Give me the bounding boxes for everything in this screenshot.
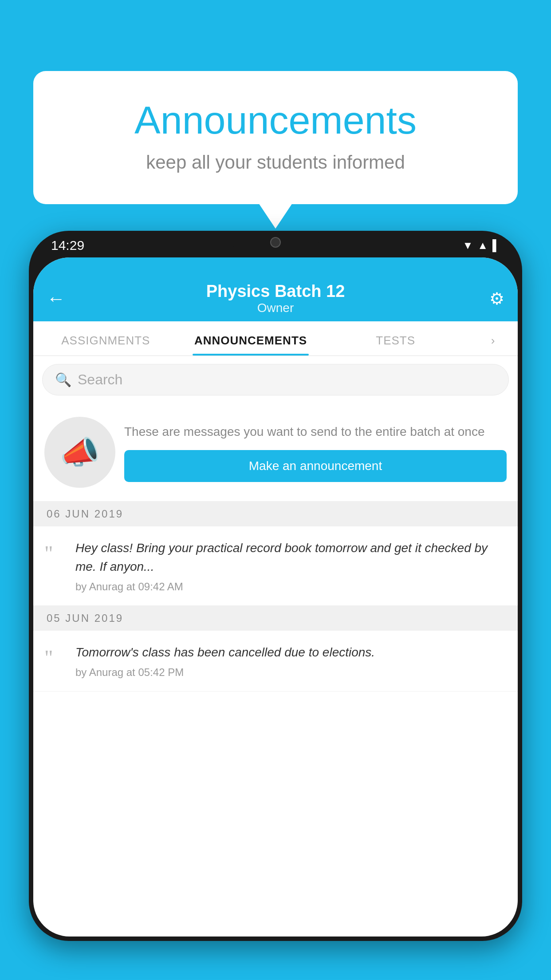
megaphone-icon: 📣	[60, 434, 100, 471]
quote-icon-1: "	[44, 541, 67, 593]
promo-block: 📣 These are messages you want to send to…	[33, 403, 518, 502]
tab-tests[interactable]: TESTS	[323, 321, 468, 356]
header-title: Physics Batch 12	[73, 282, 478, 301]
announcement-item-2[interactable]: " Tomorrow's class has been cancelled du…	[33, 631, 518, 692]
promo-content: These are messages you want to send to t…	[124, 423, 507, 482]
search-placeholder: Search	[78, 371, 122, 388]
search-input-wrap[interactable]: 🔍 Search	[42, 364, 509, 395]
announcement-text-2: Tomorrow's class has been cancelled due …	[75, 643, 507, 662]
announcement-author-1: by Anurag at 09:42 AM	[75, 581, 507, 593]
camera-icon	[270, 237, 281, 248]
promo-icon-circle: 📣	[44, 417, 115, 488]
settings-icon[interactable]: ⚙	[478, 289, 504, 308]
search-container: 🔍 Search	[33, 356, 518, 403]
bubble-subtitle: keep all your students informed	[69, 152, 482, 173]
make-announcement-button[interactable]: Make an announcement	[124, 450, 507, 482]
wifi-icon: ▼	[462, 239, 473, 252]
status-time: 14:29	[51, 238, 84, 253]
battery-icon: ▌	[492, 239, 500, 252]
announcement-content-1: Hey class! Bring your practical record b…	[75, 539, 507, 593]
phone-notch	[231, 231, 320, 255]
date-separator-1: 06 JUN 2019	[33, 502, 518, 526]
back-button[interactable]: ←	[47, 288, 73, 309]
signal-icon: ▲	[477, 239, 488, 252]
promo-description: These are messages you want to send to t…	[124, 423, 507, 441]
tab-more[interactable]: ›	[468, 321, 518, 356]
phone-body: 14:29 ▼ ▲ ▌ ← Physics Batch 12 Owner ⚙	[29, 231, 522, 941]
date-separator-2: 05 JUN 2019	[33, 606, 518, 631]
bubble-title: Announcements	[69, 98, 482, 143]
status-icons: ▼ ▲ ▌	[462, 239, 500, 252]
speech-bubble-card: Announcements keep all your students inf…	[33, 71, 518, 204]
announcement-text-1: Hey class! Bring your practical record b…	[75, 539, 507, 576]
tab-announcements[interactable]: ANNOUNCEMENTS	[178, 321, 323, 356]
app-header: ← Physics Batch 12 Owner ⚙	[33, 257, 518, 321]
phone-screen: ← Physics Batch 12 Owner ⚙ ASSIGNMENTS A…	[33, 257, 518, 937]
tab-assignments[interactable]: ASSIGNMENTS	[33, 321, 178, 356]
announcement-item-1[interactable]: " Hey class! Bring your practical record…	[33, 526, 518, 606]
phone-container: 14:29 ▼ ▲ ▌ ← Physics Batch 12 Owner ⚙	[29, 231, 522, 980]
quote-icon-2: "	[44, 645, 67, 679]
tabs-bar: ASSIGNMENTS ANNOUNCEMENTS TESTS ›	[33, 321, 518, 356]
speech-bubble-section: Announcements keep all your students inf…	[33, 71, 518, 204]
announcement-author-2: by Anurag at 05:42 PM	[75, 666, 507, 679]
announcement-content-2: Tomorrow's class has been cancelled due …	[75, 643, 507, 679]
header-center: Physics Batch 12 Owner	[73, 282, 478, 315]
search-icon: 🔍	[55, 372, 71, 387]
header-subtitle: Owner	[73, 301, 478, 315]
